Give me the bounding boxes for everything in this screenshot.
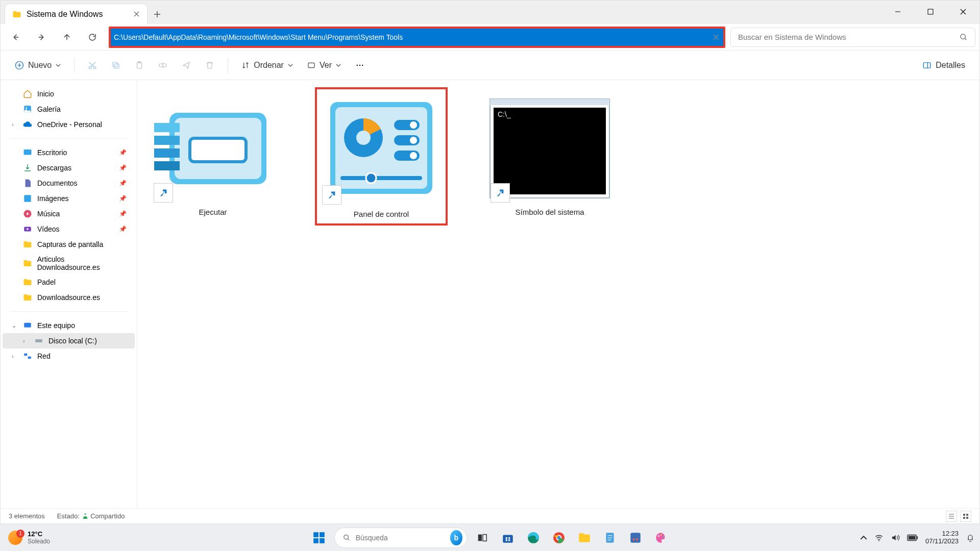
sidebar-item-onedrive[interactable]: ›OneDrive - Personal [3,117,135,132]
sidebar-label: Galería [37,105,61,113]
tray-overflow-button[interactable] [860,534,867,541]
palette-icon [654,531,668,544]
chevron-down-icon[interactable]: ⌄ [12,322,16,329]
sidebar-item-desktop[interactable]: Escritorio📌 [3,145,135,160]
taskbar-app-chrome[interactable] [549,528,569,548]
sidebar-item-gallery[interactable]: Galería [3,102,135,117]
sidebar-item-screenshots[interactable]: Capturas de pantalla [3,237,135,252]
forward-button[interactable] [30,28,53,46]
view-button[interactable]: Ver [302,58,346,73]
sidebar-item-documents[interactable]: Documentos📌 [3,176,135,191]
icons-view-button[interactable] [960,511,971,522]
svg-point-1 [961,34,965,39]
item-ejecutar[interactable]: Ejecutar [146,87,279,221]
search-icon [960,33,968,41]
view-icon [307,61,315,69]
svg-rect-22 [35,339,42,342]
item-panel-de-control-highlight[interactable]: Panel de control [315,87,448,226]
details-pane-icon [922,61,932,70]
sidebar-item-downloadsource[interactable]: Downloadsource.es [3,290,135,305]
folder-icon [23,259,32,268]
taskbar: 12°C Soleado b 12:23 07/11/2023 [0,524,980,551]
address-bar-input[interactable] [111,29,723,46]
clock[interactable]: 12:23 07/11/2023 [925,530,959,545]
sidebar-item-home[interactable]: Inicio [3,86,135,102]
sort-button[interactable]: Ordenar [236,58,298,73]
taskbar-search-input[interactable] [356,534,445,542]
explorer-body: Inicio Galería ›OneDrive - Personal Escr… [1,80,979,508]
details-pane-button[interactable]: Detalles [917,58,970,73]
taskbar-search[interactable]: b [334,528,467,548]
tab-close-button[interactable] [132,9,141,18]
sidebar-item-music[interactable]: Música📌 [3,206,135,221]
svg-rect-49 [966,514,968,516]
clock-time: 12:23 [925,530,959,537]
copy-button[interactable] [106,58,126,73]
svg-point-37 [410,121,417,129]
more-button[interactable] [350,58,370,73]
svg-rect-57 [478,534,482,541]
sidebar-item-network[interactable]: ›Red [3,348,135,364]
chevron-right-icon[interactable]: › [23,338,25,344]
sidebar-item-articles[interactable]: Articulos Downloadsource.es [3,252,135,274]
taskbar-app-store[interactable] [498,528,518,548]
up-button[interactable] [56,28,78,46]
sidebar-label: Inicio [37,90,54,98]
sidebar-item-padel[interactable]: Padel [3,274,135,290]
cut-icon [88,61,97,70]
chevron-right-icon[interactable]: › [12,353,14,359]
taskbar-app-paint[interactable] [651,528,671,548]
task-view-button[interactable] [472,528,493,548]
sidebar-item-this-pc[interactable]: ⌄Este equipo [3,318,135,333]
folder-icon [12,10,21,19]
svg-rect-6 [113,62,117,67]
taskbar-app-explorer[interactable] [574,528,595,548]
separator [10,138,128,139]
wifi-icon[interactable] [874,533,884,542]
notifications-button[interactable] [966,533,975,542]
svg-rect-28 [154,123,180,132]
sidebar-label: Música [37,210,60,218]
svg-rect-5 [114,64,119,68]
tab-system-tools[interactable]: Sistema de Windows [5,4,148,24]
close-window-button[interactable] [947,1,979,23]
chevron-right-icon[interactable]: › [12,121,14,128]
sidebar-item-downloads[interactable]: Descargas📌 [3,160,135,176]
rename-button[interactable] [153,58,173,73]
sidebar-item-drive-c[interactable]: ›Disco local (C:) [3,333,135,348]
svg-rect-50 [963,517,965,519]
refresh-button[interactable] [81,28,104,46]
details-view-button[interactable] [946,511,957,522]
weather-widget[interactable]: 12°C Soleado [0,530,58,545]
search-box[interactable] [730,28,975,47]
back-button[interactable] [5,28,27,46]
share-button[interactable] [177,58,196,73]
bell-icon [966,533,975,542]
cut-button[interactable] [83,58,102,73]
volume-icon[interactable] [891,533,900,542]
sidebar-item-pictures[interactable]: Imágenes📌 [3,191,135,206]
paste-button[interactable] [130,58,149,73]
folder-content[interactable]: Ejecutar [137,80,979,508]
taskbar-app-edge[interactable] [523,528,544,548]
delete-button[interactable] [200,58,219,73]
pin-icon: 📌 [119,210,127,217]
sidebar-item-videos[interactable]: Vídeos📌 [3,221,135,237]
svg-point-67 [636,538,638,540]
window-controls [881,1,979,23]
start-button[interactable] [309,528,329,548]
search-input[interactable] [738,33,960,41]
address-bar-highlight [109,27,725,48]
taskbar-app-snipping[interactable] [625,528,646,548]
clear-address-button[interactable] [713,34,719,40]
toolbar: Nuevo Ordenar Ver Detalles [1,51,979,80]
svg-rect-0 [928,9,933,14]
item-command-prompt[interactable]: C:\_ Símbolo del sistema [483,87,616,221]
maximize-button[interactable] [914,1,947,23]
battery-icon[interactable] [907,534,918,541]
minimize-button[interactable] [881,1,914,23]
new-tab-button[interactable] [148,5,167,24]
bing-icon[interactable]: b [450,530,462,545]
new-button[interactable]: Nuevo [10,58,66,73]
taskbar-app-notepad[interactable] [600,528,620,548]
